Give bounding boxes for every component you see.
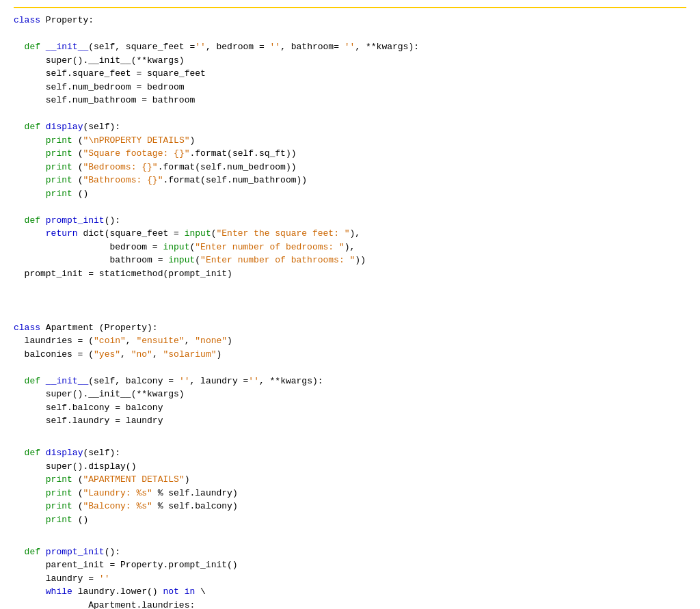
code-line: bedroom = input("Enter number of bedroom… xyxy=(14,241,686,254)
code-line: self.square_feet = square_feet xyxy=(14,67,686,81)
code-line xyxy=(14,27,686,41)
code-line xyxy=(14,526,686,540)
code-line xyxy=(14,361,686,375)
code-line: print ("Balcony: %s" % self.balcony) xyxy=(14,500,686,513)
code-line: super().__init__(**kwargs) xyxy=(14,54,686,68)
code-line: print ("APARTMENT DETAILS") xyxy=(14,473,686,487)
code-line: while laundry.lower() not in \ xyxy=(14,585,686,599)
code-editor: class Property: def __init__(self, squar… xyxy=(0,0,700,609)
code-line: def prompt_init(): xyxy=(14,545,686,559)
code-line: print ("Bathrooms: {}".format(self.num_b… xyxy=(14,174,686,187)
code-line: print ("\nPROPERTY DETAILS") xyxy=(14,134,686,148)
code-line: laundry = '' xyxy=(14,572,686,586)
code-line: Apartment.laundries: xyxy=(14,599,686,610)
code-line: self.num_bathroom = bathroom xyxy=(14,94,686,107)
code-line: laundries = ("coin", "ensuite", "none") xyxy=(14,334,686,348)
code-line: def display(self): xyxy=(14,446,686,460)
code-line: self.balcony = balcony xyxy=(14,401,686,415)
code-line: def prompt_init(): xyxy=(14,214,686,228)
code-line xyxy=(14,107,686,121)
code-line: print ("Bedrooms: {}".format(self.num_be… xyxy=(14,161,686,174)
code-line: def __init__(self, balcony = '', laundry… xyxy=(14,375,686,388)
code-line: def __init__(self, square_feet ='', bedr… xyxy=(14,40,686,54)
code-line: self.laundry = laundry xyxy=(14,414,686,428)
code-line xyxy=(14,428,686,442)
code-line: print () xyxy=(14,187,686,201)
code-line: class Apartment (Property): xyxy=(14,321,686,335)
code-line: parent_init = Property.prompt_init() xyxy=(14,558,686,572)
code-line: def display(self): xyxy=(14,120,686,134)
code-line: bathroom = input("Enter number of bathro… xyxy=(14,254,686,267)
code-line: print ("Laundry: %s" % self.laundry) xyxy=(14,487,686,500)
code-line xyxy=(14,280,686,294)
code-line: class Property: xyxy=(14,14,686,27)
code-line: balconies = ("yes", "no", "solarium") xyxy=(14,348,686,362)
code-line: print ("Square footage: {}".format(self.… xyxy=(14,147,686,161)
code-line xyxy=(14,200,686,214)
code-line: prompt_init = staticmethod(prompt_init) xyxy=(14,267,686,281)
code-line: return dict(square_feet = input("Enter t… xyxy=(14,227,686,241)
code-line: super().__init__(**kwargs) xyxy=(14,388,686,401)
code-line: super().display() xyxy=(14,460,686,474)
code-line: print () xyxy=(14,513,686,527)
code-line: self.num_bedroom = bedroom xyxy=(14,81,686,94)
